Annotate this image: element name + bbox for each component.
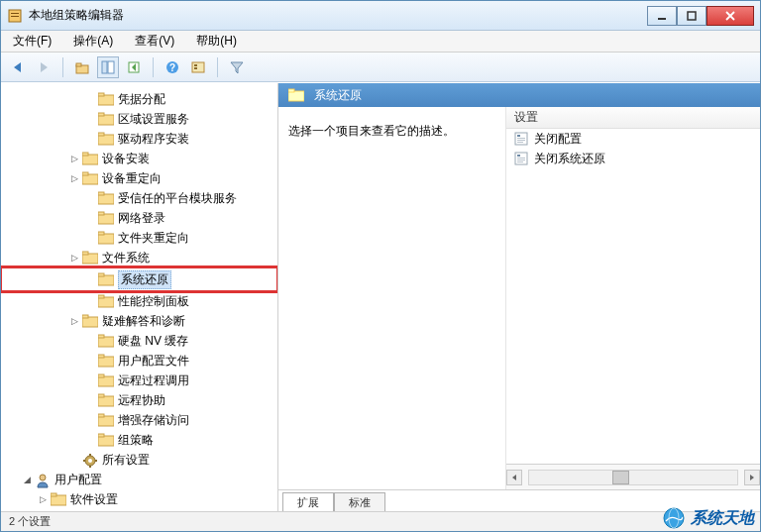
svg-rect-46 — [98, 374, 104, 377]
tree-item[interactable]: ▷增强存储访问 — [1, 410, 277, 430]
tree-item-label: 用户配置文件 — [118, 353, 189, 370]
tree-item[interactable]: ▷性能控制面板 — [1, 291, 277, 311]
app-icon — [7, 8, 23, 24]
folder-icon — [98, 294, 114, 308]
tree-item[interactable]: ▷区域设置服务 — [1, 109, 277, 129]
tree-item[interactable]: ▷硬盘 NV 缓存 — [1, 331, 277, 351]
tree-item-label: 远程协助 — [118, 392, 165, 409]
setting-item[interactable]: 关闭系统还原 — [506, 149, 760, 168]
window-title: 本地组策略编辑器 — [29, 7, 647, 24]
tab-extended[interactable]: 扩展 — [282, 492, 334, 511]
column-header-setting[interactable]: 设置 — [506, 107, 760, 129]
tree-item[interactable]: ▷受信任的平台模块服务 — [1, 188, 277, 208]
tree-toggle-icon[interactable]: ▷ — [68, 315, 80, 327]
setting-icon — [514, 152, 528, 165]
svg-rect-9 — [102, 61, 107, 73]
tree-item[interactable]: ▷文件夹重定向 — [1, 228, 277, 248]
scroll-track[interactable] — [528, 470, 738, 485]
folder-icon — [98, 433, 114, 447]
svg-rect-67 — [517, 140, 525, 141]
status-text: 2 个设置 — [9, 514, 51, 529]
svg-point-54 — [88, 459, 92, 463]
tree-item[interactable]: ▷远程过程调用 — [1, 371, 277, 390]
back-button[interactable] — [7, 56, 29, 78]
svg-rect-3 — [658, 18, 666, 20]
close-button[interactable] — [707, 6, 754, 26]
svg-rect-73 — [517, 161, 523, 162]
folder-icon — [82, 171, 98, 185]
settings-list-panel: 设置 关闭配置关闭系统还原 — [506, 107, 760, 489]
tree-toggle-icon[interactable]: ◢ — [21, 474, 33, 485]
tree-item[interactable]: ▷用户配置文件 — [1, 351, 277, 371]
tree-item[interactable]: ▷软件设置 — [1, 489, 277, 509]
menu-help[interactable]: 帮助(H) — [190, 31, 243, 52]
tree-item[interactable]: ▷组策略 — [1, 430, 277, 450]
svg-point-59 — [40, 475, 46, 480]
tree-item[interactable]: ▷系统还原 — [1, 267, 277, 291]
forward-button[interactable] — [33, 56, 54, 78]
tree-item[interactable]: ▷设备重定向 — [1, 168, 277, 188]
maximize-button[interactable] — [677, 6, 707, 26]
tree-item[interactable]: ▷所有设置 — [1, 450, 277, 470]
tree-item[interactable]: ◢用户配置 — [1, 470, 277, 489]
svg-rect-44 — [98, 355, 104, 358]
watermark: 系统天地 — [663, 507, 754, 529]
description-panel: 选择一个项目来查看它的描述。 — [278, 107, 506, 489]
scroll-left-button[interactable] — [506, 470, 522, 485]
list-spacer — [506, 168, 760, 464]
show-tree-button[interactable] — [97, 56, 119, 78]
tree-item[interactable]: ▷设备安装 — [1, 149, 277, 168]
setting-label: 关闭系统还原 — [534, 151, 605, 167]
tree-item-label: 远程过程调用 — [118, 372, 189, 389]
svg-rect-26 — [82, 172, 88, 175]
folder-icon — [98, 231, 114, 245]
tree-toggle-icon[interactable]: ▷ — [68, 252, 80, 264]
tree-pane[interactable]: ▷凭据分配▷区域设置服务▷驱动程序安装▷设备安装▷设备重定向▷受信任的平台模块服… — [1, 83, 278, 511]
folder-icon — [98, 132, 114, 146]
tree-item[interactable]: ▷网络登录 — [1, 208, 277, 228]
properties-button[interactable] — [187, 56, 209, 78]
svg-rect-70 — [517, 155, 520, 157]
tree-item-label: 文件系统 — [102, 250, 150, 266]
watermark-text: 系统天地 — [691, 508, 754, 529]
horizontal-scrollbar[interactable] — [506, 464, 760, 489]
tree-item[interactable]: ▷凭据分配 — [1, 89, 277, 109]
menu-view[interactable]: 查看(V) — [129, 31, 180, 52]
tab-standard[interactable]: 标准 — [334, 492, 385, 511]
folder-icon — [98, 112, 114, 126]
help-button[interactable]: ? — [162, 56, 183, 78]
scroll-right-button[interactable] — [744, 470, 760, 485]
tree-toggle-icon[interactable]: ▷ — [68, 153, 80, 164]
folder-icon — [51, 492, 66, 506]
svg-rect-20 — [98, 113, 104, 116]
tree-item-label: 凭据分配 — [118, 91, 165, 108]
folder-icon — [82, 251, 98, 265]
svg-rect-10 — [108, 61, 114, 73]
setting-item[interactable]: 关闭配置 — [506, 129, 760, 149]
menu-action[interactable]: 操作(A) — [67, 31, 119, 52]
tree-toggle-icon[interactable]: ▷ — [68, 172, 80, 184]
svg-rect-22 — [98, 133, 104, 136]
svg-rect-36 — [98, 273, 104, 276]
svg-rect-14 — [192, 62, 204, 72]
minimize-button[interactable] — [647, 6, 677, 26]
svg-rect-16 — [194, 67, 197, 69]
globe-icon — [663, 507, 685, 529]
tree-item-label: 组策略 — [118, 432, 154, 449]
scroll-thumb[interactable] — [612, 471, 629, 484]
tree-toggle-icon[interactable]: ▷ — [37, 493, 49, 505]
tree-item[interactable]: ▷驱动程序安装 — [1, 129, 277, 149]
tree-item[interactable]: ▷文件系统 — [1, 248, 277, 267]
svg-rect-28 — [98, 192, 104, 195]
svg-rect-8 — [76, 63, 81, 66]
filter-button[interactable] — [226, 56, 248, 78]
tree-item-label: 设备安装 — [102, 151, 150, 167]
svg-rect-24 — [82, 153, 88, 156]
menu-file[interactable]: 文件(F) — [7, 31, 57, 52]
tree-item[interactable]: ▷疑难解答和诊断 — [1, 311, 277, 331]
folder-icon — [98, 373, 114, 387]
export-button[interactable] — [123, 56, 145, 78]
up-button[interactable] — [71, 56, 93, 78]
tree-item[interactable]: ▷远程协助 — [1, 390, 277, 410]
statusbar: 2 个设置 — [1, 511, 760, 531]
